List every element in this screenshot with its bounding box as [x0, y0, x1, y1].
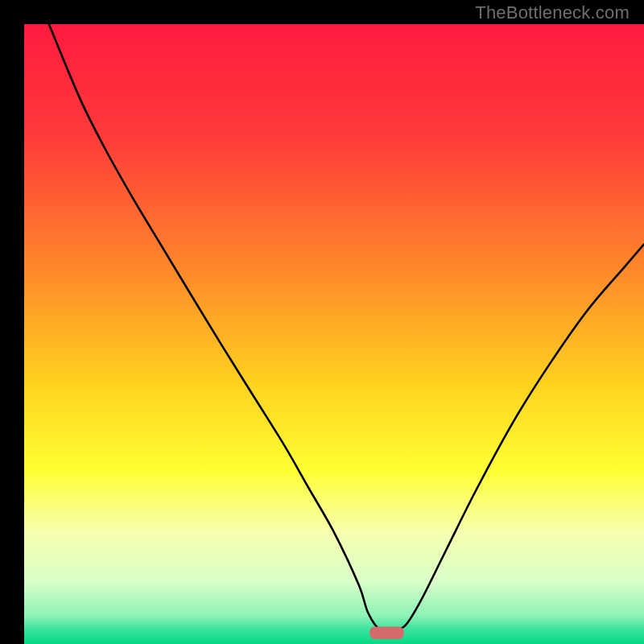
optimal-marker: [369, 626, 403, 638]
watermark-text: TheBottleneck.com: [475, 2, 630, 23]
chart-svg: [24, 24, 644, 644]
chart-frame: [12, 12, 632, 632]
chart-background: [24, 24, 644, 644]
